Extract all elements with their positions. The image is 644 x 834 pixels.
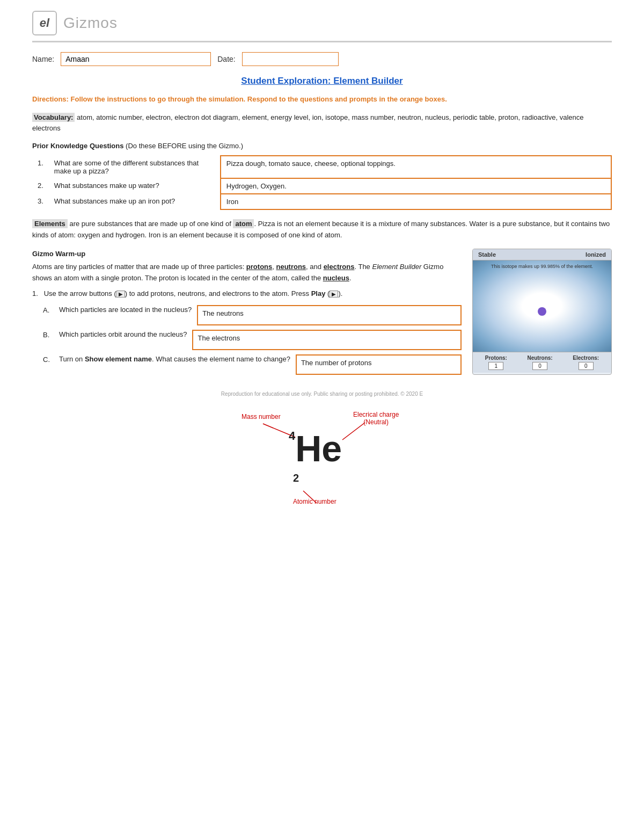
electrons-label: electrons — [324, 263, 355, 271]
nucleus-label: nucleus — [323, 274, 349, 282]
sub-q-row-c: C. Turn on Show element name. What cause… — [43, 354, 462, 375]
table-row: 2. What substances make up water? Hydrog… — [32, 178, 611, 194]
prior-knowledge-table: 1. What are some of the different substa… — [32, 155, 612, 210]
date-input[interactable] — [242, 52, 339, 66]
sub-q-row-a: A. Which particles are located in the nu… — [43, 305, 462, 325]
table-row: 1. What are some of the different substa… — [32, 156, 611, 178]
gizmo-protons-control: Protons: 1 — [485, 355, 507, 370]
electrons-ctrl-label: Electrons: — [573, 355, 599, 361]
protons-ctrl-label: Protons: — [485, 355, 507, 361]
warmup-section: Gizmo Warm-up Atoms are tiny particles o… — [32, 249, 612, 375]
q-text-2: What substances make up water? — [49, 178, 221, 194]
atom-nucleus — [538, 307, 546, 316]
electrons-ctrl-val: 0 — [579, 362, 594, 370]
gizmo-top-bar: Stable Ionized — [473, 249, 611, 260]
he-subscript: 2 — [293, 472, 299, 484]
gizmo-ionized-label: Ionized — [586, 251, 606, 258]
vocab-label: Vocabulary: — [32, 113, 75, 122]
app-name: Gizmos — [63, 14, 118, 32]
directions: Directions: Follow the instructions to g… — [32, 94, 612, 105]
gizmo-stable-label: Stable — [478, 251, 496, 258]
q-answer-2[interactable]: Hydrogen, Oxygen. — [221, 178, 611, 194]
q-num-3: 3. — [32, 194, 49, 209]
page-title: Student Exploration: Element Builder — [32, 76, 612, 86]
footer-text: Reproduction for educational use only. P… — [221, 391, 423, 397]
sub-questions: A. Which particles are located in the nu… — [43, 305, 462, 375]
sub-q-letter-c: C. — [43, 354, 54, 366]
sub-q-text-b: Which particles orbit around the nucleus… — [59, 330, 187, 339]
name-input[interactable] — [61, 52, 211, 66]
he-diagram-container: Mass number Elecrical charge (Neutral) 4… — [209, 408, 435, 515]
neutrons-ctrl-val: 0 — [532, 362, 547, 370]
warmup-text: Gizmo Warm-up Atoms are tiny particles o… — [32, 249, 462, 375]
sub-q-letter-a: A. — [43, 305, 54, 316]
gizmo-neutrons-control: Neutrons: 0 — [527, 355, 552, 370]
sub-q-answer-c[interactable]: The number of protons — [296, 354, 462, 375]
sub-q-answer-a[interactable]: The neutrons — [197, 305, 462, 325]
atom-highlight: atom — [233, 219, 254, 228]
gizmo-controls: Protons: 1 Neutrons: 0 Electrons: 0 — [473, 352, 611, 373]
q-answer-3[interactable]: Iron — [221, 194, 611, 209]
he-superscript: 4 — [289, 430, 295, 442]
name-label: Name: — [32, 55, 54, 63]
q-text-1: What are some of the different substance… — [49, 156, 221, 178]
protons-ctrl-val: 1 — [488, 362, 503, 370]
logo-icon: el — [32, 11, 57, 35]
gizmo-simulation: Stable Ionized This isotope makes up 99.… — [472, 249, 612, 375]
elements-paragraph: Elements are pure substances that are ma… — [32, 219, 612, 241]
gizmo-subtitle: This isotope makes up 99.985% of the ele… — [473, 264, 611, 269]
table-row: 3. What substances make up an iron pot? … — [32, 194, 611, 209]
mass-number-annotation: Mass number — [241, 413, 281, 420]
elements-highlight: Elements — [32, 219, 68, 228]
q-num-2: 2. — [32, 178, 49, 194]
he-symbol-group: 4 He — [289, 430, 342, 467]
header: el Gizmos — [32, 11, 612, 42]
he-symbol: He — [295, 430, 342, 467]
q-num-1: 1. — [32, 156, 49, 178]
sub-q-row-b: B. Which particles orbit around the nucl… — [43, 330, 462, 350]
neutrons-label: neutrons — [276, 263, 306, 271]
sub-q-letter-b: B. — [43, 330, 54, 341]
sub-q-text-c: Turn on Show element name. What causes t… — [59, 354, 290, 364]
atomic-number-annotation: Atomic number — [293, 498, 336, 505]
gizmo-electrons-control: Electrons: 0 — [573, 355, 599, 370]
vocab-text: atom, atomic number, electron, electron … — [32, 113, 584, 133]
vocabulary: Vocabulary: atom, atomic number, electro… — [32, 112, 612, 135]
sub-q-answer-b[interactable]: The electrons — [192, 330, 462, 350]
prior-knowledge-title: Prior Knowledge Questions (Do these BEFO… — [32, 142, 612, 150]
name-date-row: Name: Date: — [32, 52, 612, 66]
sub-q-text-a: Which particles are located in the nucle… — [59, 305, 192, 315]
warmup-title: Gizmo Warm-up — [32, 249, 462, 260]
protons-label: protons — [246, 263, 272, 271]
q-text-3: What substances make up an iron pot? — [49, 194, 221, 209]
question-1-text: 1. Use the arrow buttons (▶) to add prot… — [32, 288, 462, 300]
gizmo-atom-area: This isotope makes up 99.985% of the ele… — [473, 260, 611, 352]
electrical-charge-annotation: Elecrical charge (Neutral) — [353, 411, 399, 426]
prior-knowledge-section: Prior Knowledge Questions (Do these BEFO… — [32, 142, 612, 210]
bottom-section: Reproduction for educational use only. P… — [32, 391, 612, 515]
neutrons-ctrl-label: Neutrons: — [527, 355, 552, 361]
q-answer-1[interactable]: Pizza dough, tomato sauce, cheese, optio… — [221, 156, 611, 178]
date-label: Date: — [217, 55, 235, 63]
